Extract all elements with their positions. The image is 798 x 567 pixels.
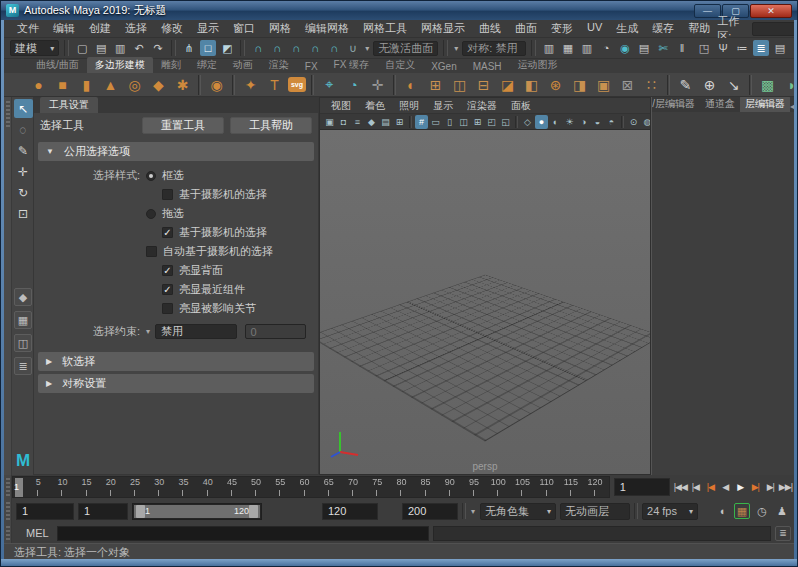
locator-icon[interactable]: ✛ xyxy=(367,74,388,95)
chevron-down-icon[interactable]: ▾ xyxy=(453,44,459,53)
motion-blur-icon[interactable]: ◓ xyxy=(605,115,618,129)
right-panel-tab-层编辑器[interactable]: 层编辑器 xyxy=(740,97,790,112)
reset-tool-button[interactable]: 重置工具 xyxy=(142,117,224,134)
command-line-drag-handle[interactable] xyxy=(4,523,12,543)
grid-icon[interactable]: # xyxy=(415,115,428,129)
save-scene-icon[interactable]: ▥ xyxy=(112,40,128,56)
viewport-menu-面板[interactable]: 面板 xyxy=(504,99,538,113)
shelf-tab-雕刻[interactable]: 雕刻 xyxy=(153,57,189,73)
2d-pan-zoom-icon[interactable]: ⊞ xyxy=(393,115,406,129)
menu-网格工具[interactable]: 网格工具 xyxy=(356,21,414,36)
viewport-menu-视图[interactable]: 视图 xyxy=(324,99,358,113)
channel-box-icon[interactable]: ▤ xyxy=(772,40,788,56)
shelf-tab-MASH[interactable]: MASH xyxy=(465,60,510,73)
poly-torus-icon[interactable]: ◎ xyxy=(124,74,145,95)
boolean-icon[interactable]: ◧ xyxy=(521,74,542,95)
shelf-tab-XGen[interactable]: XGen xyxy=(423,60,465,73)
poly-sphere-icon[interactable]: ● xyxy=(28,74,49,95)
open-scene-icon[interactable]: ▤ xyxy=(93,40,109,56)
step-forward-key-button[interactable]: ▶| xyxy=(749,479,762,495)
two-pane-layout-button[interactable]: ◫ xyxy=(14,334,32,352)
menu-网格显示[interactable]: 网格显示 xyxy=(414,21,472,36)
film-gate-icon[interactable]: ▭ xyxy=(429,115,442,129)
wireframe-icon[interactable]: ◇ xyxy=(521,115,534,129)
marquee-radio[interactable] xyxy=(146,171,156,181)
time-slider[interactable]: 1 51015202530354045505560657075808590951… xyxy=(12,476,610,498)
lattice-icon[interactable]: ⊠ xyxy=(617,74,638,95)
title-bar[interactable]: M Autodesk Maya 2019: 无标题 — ▢ ✕ xyxy=(1,1,797,20)
pause-viewport-icon[interactable]: ‖ xyxy=(674,40,690,56)
poly-plane-icon[interactable]: ◆ xyxy=(148,74,169,95)
snap-to-point-icon[interactable]: ∩ xyxy=(288,40,304,56)
viewport-menu-着色[interactable]: 着色 xyxy=(358,99,392,113)
lock-camera-icon[interactable]: ◘ xyxy=(337,115,350,129)
move-tool[interactable]: ✛ xyxy=(14,162,33,181)
highlight-nearest-component-checkbox[interactable] xyxy=(162,284,173,295)
smooth-icon[interactable]: ⊛ xyxy=(545,74,566,95)
select-component-icon[interactable]: ◩ xyxy=(219,40,235,56)
range-start-handle[interactable] xyxy=(136,505,145,518)
shelf-tab-FX[interactable]: FX xyxy=(297,60,326,73)
resolution-gate-icon[interactable]: ▯ xyxy=(443,115,456,129)
current-frame-field[interactable]: 1 xyxy=(614,478,670,496)
rotate-tool[interactable]: ↻ xyxy=(14,183,33,202)
chevron-down-icon[interactable]: ▾ xyxy=(470,507,476,516)
camera-based-selection-checkbox[interactable] xyxy=(162,189,173,200)
hypershade-icon[interactable]: ◉ xyxy=(617,40,633,56)
paint-select-tool[interactable]: ✎ xyxy=(14,141,33,160)
menu-曲面[interactable]: 曲面 xyxy=(508,21,544,36)
new-scene-icon[interactable]: ▢ xyxy=(74,40,90,56)
cut-icon[interactable]: ✄ xyxy=(655,40,671,56)
right-panel-tab-通道盒/层编辑器[interactable]: 通道盒/层编辑器 xyxy=(652,97,700,112)
sculpt-tool-icon[interactable]: ◗ xyxy=(781,74,794,95)
range-slider[interactable]: 1 120 xyxy=(132,503,262,520)
go-to-end-button[interactable]: ▶▶| xyxy=(779,479,792,495)
four-pane-layout-button[interactable]: ▦ xyxy=(14,311,32,329)
menu-生成[interactable]: 生成 xyxy=(609,21,645,36)
snap-to-projected-center-icon[interactable]: ∩ xyxy=(307,40,323,56)
highlight-influenced-joints-checkbox[interactable] xyxy=(162,303,173,314)
tool-help-button[interactable]: 工具帮助 xyxy=(230,117,312,134)
auto-camera-based-selection-checkbox[interactable] xyxy=(146,246,157,257)
camera-attributes-icon[interactable]: ≡ xyxy=(351,115,364,129)
select-object-icon[interactable]: □ xyxy=(200,40,216,56)
menu-曲线[interactable]: 曲线 xyxy=(472,21,508,36)
viewport-menu-渲染器[interactable]: 渲染器 xyxy=(460,99,504,113)
select-tool[interactable]: ↖ xyxy=(14,99,33,118)
gate-mask-icon[interactable]: ◫ xyxy=(457,115,470,129)
platonic-solid-icon[interactable]: ◉ xyxy=(206,74,227,95)
chevron-down-icon[interactable]: ▾ xyxy=(364,44,370,53)
poly-cube-icon[interactable]: ■ xyxy=(52,74,73,95)
menu-网格[interactable]: 网格 xyxy=(262,21,298,36)
shelf-tab-曲线/曲面[interactable]: 曲线/曲面 xyxy=(28,57,87,73)
outliner-layout-button[interactable]: ≣ xyxy=(14,357,32,375)
shelf-tab-动画[interactable]: 动画 xyxy=(225,57,261,73)
shadows-icon[interactable]: ◑ xyxy=(577,115,590,129)
menu-帮助[interactable]: 帮助 xyxy=(681,21,717,36)
paint-vertex-color-icon[interactable]: ▩ xyxy=(757,74,778,95)
range-end-handle[interactable] xyxy=(249,505,258,518)
playback-start-field[interactable]: 1 xyxy=(78,503,128,520)
safe-action-icon[interactable]: ◰ xyxy=(485,115,498,129)
poly-cone-icon[interactable]: ▲ xyxy=(100,74,121,95)
constraint-dropdown[interactable]: 禁用 xyxy=(155,324,237,339)
step-forward-frame-button[interactable]: ▶| xyxy=(764,479,777,495)
command-input[interactable] xyxy=(57,526,429,541)
separate-icon[interactable]: ◫ xyxy=(449,74,470,95)
range-slider-drag-handle[interactable] xyxy=(4,499,12,523)
sound-icon[interactable]: ◖ xyxy=(714,503,730,519)
bookmark-icon[interactable]: ◆ xyxy=(365,115,378,129)
layer-editor-body[interactable] xyxy=(652,112,796,475)
type-tool-icon[interactable]: T xyxy=(264,74,285,95)
step-back-key-button[interactable]: |◀ xyxy=(704,479,717,495)
undo-icon[interactable]: ↶ xyxy=(131,40,147,56)
command-language-label[interactable]: MEL xyxy=(16,527,53,539)
menu-变形[interactable]: 变形 xyxy=(544,21,580,36)
make-live-icon[interactable]: ∪ xyxy=(345,40,361,56)
poly-cylinder-icon[interactable]: ▮ xyxy=(76,74,97,95)
soft-select-section-header[interactable]: ▶ 软选择 xyxy=(38,352,314,371)
duplicate-icon[interactable]: ▣ xyxy=(593,74,614,95)
menu-创建[interactable]: 创建 xyxy=(82,21,118,36)
render-settings-icon[interactable]: ◔ xyxy=(598,40,614,56)
attribute-editor-icon[interactable]: ≔ xyxy=(734,40,750,56)
